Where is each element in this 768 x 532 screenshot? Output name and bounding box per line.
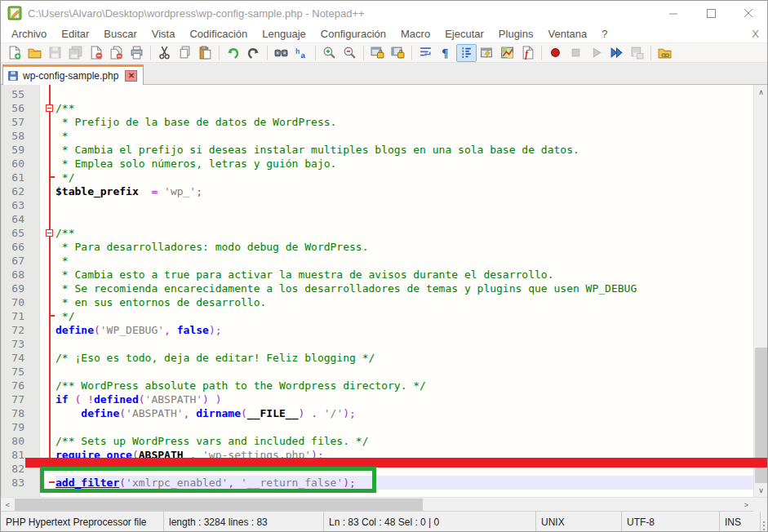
folder-workspace-icon[interactable] xyxy=(655,44,675,62)
new-file-icon[interactable] xyxy=(4,44,24,62)
menu-item-buscar[interactable]: Buscar xyxy=(96,26,144,42)
line-number: 70 xyxy=(2,295,24,309)
menu-item-ventana[interactable]: Ventana xyxy=(540,26,594,42)
code-line-66: * Para desarrolladores: modo debug de Wo… xyxy=(55,240,767,254)
cut-icon[interactable] xyxy=(154,44,175,62)
tab-close-icon[interactable]: ✕ xyxy=(125,70,137,82)
fold-margin[interactable] xyxy=(46,85,55,497)
toolbar-separator xyxy=(219,46,220,60)
scrollbar-corner xyxy=(753,498,767,512)
print-icon[interactable] xyxy=(127,44,147,62)
editor-area[interactable]: 5556575859606162636465666768697071727374… xyxy=(1,85,767,497)
menu-item-codificacin[interactable]: Codificación xyxy=(182,26,255,42)
user-dialog-icon[interactable] xyxy=(477,44,497,62)
line-number-gutter: 5556575859606162636465666768697071727374… xyxy=(2,85,39,497)
code-line-78: define('ABSPATH', dirname(__FILE__) . '/… xyxy=(55,406,767,420)
window-title: C:\Users\Alvaro\Desktop\wordpress\wp-con… xyxy=(28,7,655,20)
menu-item-editar[interactable]: Editar xyxy=(54,26,96,42)
paste-icon[interactable] xyxy=(195,44,215,62)
code-line-79 xyxy=(55,420,767,434)
scroll-left-icon[interactable]: < xyxy=(1,498,15,512)
menu-bar: ArchivoEditarBuscarVistaCodificaciónLeng… xyxy=(1,25,767,43)
line-number: 76 xyxy=(2,379,24,392)
toolbar-separator xyxy=(315,46,316,60)
macro-run-multiple-icon[interactable] xyxy=(606,44,627,62)
show-all-chars-icon[interactable] xyxy=(436,44,456,62)
menu-item-archivo[interactable]: Archivo xyxy=(4,26,54,42)
code-line-69: * Se recomienda encarecidamente a los de… xyxy=(55,282,767,295)
code-text[interactable]: /** * Prefijo de la base de datos de Wor… xyxy=(55,85,767,497)
line-number: 78 xyxy=(2,406,24,420)
copy-icon[interactable] xyxy=(175,44,195,62)
tab-wp-config-sample[interactable]: wp-config-sample.php ✕ xyxy=(2,64,144,85)
close-button[interactable] xyxy=(730,1,767,25)
scroll-up-icon[interactable]: ∧ xyxy=(754,85,767,99)
code-line-68: * Cambia esto a true para activar la mue… xyxy=(55,268,767,282)
zoom-in-icon[interactable] xyxy=(319,44,340,62)
line-number: 73 xyxy=(2,337,24,351)
code-line-74: /* ¡Eso es todo, deja de editar! Feliz b… xyxy=(55,351,767,365)
maximize-button[interactable] xyxy=(692,1,730,25)
redo-icon[interactable] xyxy=(243,44,264,62)
status-encoding[interactable]: UTF-8 xyxy=(622,512,720,532)
menu-item-plugins[interactable]: Plugins xyxy=(491,26,541,42)
fold-collapse-icon[interactable] xyxy=(46,104,53,112)
toolbar-separator xyxy=(150,46,151,60)
resize-grip-icon[interactable] xyxy=(761,521,766,531)
function-list-icon[interactable] xyxy=(517,44,538,62)
toolbar xyxy=(1,43,767,63)
horizontal-scrollbar-thumb[interactable] xyxy=(15,499,423,511)
status-cursor-position: Ln : 83 Col : 48 Sel : 0 | 0 xyxy=(324,512,536,532)
line-number: 79 xyxy=(2,420,24,434)
close-all-icon[interactable] xyxy=(106,44,127,62)
line-number: 61 xyxy=(2,171,24,184)
sync-vertical-icon[interactable] xyxy=(367,44,388,62)
code-line-71: */ xyxy=(55,309,767,323)
fold-collapse-icon[interactable] xyxy=(46,229,53,237)
line-number: 69 xyxy=(2,282,24,295)
code-line-75 xyxy=(55,365,767,379)
code-line-72: define('WP_DEBUG', false); xyxy=(55,323,767,337)
zoom-out-icon[interactable] xyxy=(340,44,360,62)
word-wrap-icon[interactable] xyxy=(415,44,436,62)
macro-record-icon[interactable] xyxy=(545,44,566,62)
close-icon[interactable] xyxy=(86,44,106,62)
scroll-right-icon[interactable]: > xyxy=(739,498,753,512)
minimize-button[interactable] xyxy=(655,1,692,25)
bookmark-margin[interactable] xyxy=(39,85,46,497)
vertical-scrollbar[interactable]: ∧ ∨ xyxy=(753,85,767,497)
replace-icon[interactable] xyxy=(291,44,312,62)
code-line-59: * Cambia el prefijo si deseas instalar m… xyxy=(55,143,767,157)
find-icon[interactable] xyxy=(271,44,291,62)
indent-guide-icon[interactable] xyxy=(456,44,477,62)
toolbar-separator xyxy=(650,46,651,60)
open-folder-icon[interactable] xyxy=(24,44,45,62)
menu-item-vista[interactable]: Vista xyxy=(144,26,183,42)
menu-item-macro[interactable]: Macro xyxy=(393,26,437,42)
code-line-61: */ xyxy=(55,171,767,184)
code-line-67: * xyxy=(55,254,767,268)
line-number: 58 xyxy=(2,129,24,143)
menu-item-?[interactable]: ? xyxy=(594,26,615,42)
undo-icon[interactable] xyxy=(223,44,243,62)
line-number: 82 xyxy=(2,462,24,476)
sync-horizontal-icon[interactable] xyxy=(388,44,408,62)
line-number: 65 xyxy=(2,226,24,240)
horizontal-scrollbar[interactable]: < > xyxy=(1,497,767,511)
macro-stop-icon xyxy=(566,44,586,62)
line-number: 63 xyxy=(2,198,24,212)
doc-map-icon[interactable] xyxy=(497,44,517,62)
scroll-down-icon[interactable]: ∨ xyxy=(754,483,767,497)
status-insert-mode[interactable]: INS xyxy=(720,512,761,532)
macro-save-icon xyxy=(627,44,647,62)
menu-close-icon[interactable]: X xyxy=(752,28,759,40)
save-icon xyxy=(45,44,65,62)
status-eol-format[interactable]: UNIX xyxy=(536,512,622,532)
menu-item-ejecutar[interactable]: Ejecutar xyxy=(437,26,491,42)
line-number: 80 xyxy=(2,434,24,448)
menu-item-lenguaje[interactable]: Lenguaje xyxy=(255,26,313,42)
code-line-70: * en sus entornos de desarrollo. xyxy=(55,295,767,309)
code-line-65: /** xyxy=(55,226,767,240)
menu-item-configuracin[interactable]: Configuración xyxy=(313,26,393,42)
title-bar: C:\Users\Alvaro\Desktop\wordpress\wp-con… xyxy=(1,1,767,25)
